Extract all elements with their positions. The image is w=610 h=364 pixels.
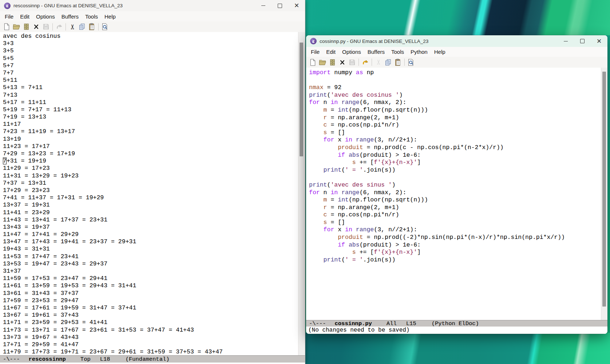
buffer-line: 11+53 = 17+47 = 23+41 xyxy=(3,253,301,260)
left-modeline-buffer-name: rescossinnp xyxy=(29,356,66,363)
left-modeline-position: Top xyxy=(80,356,91,363)
right-code-text[interactable]: import numpy as np nmax = 92print('avec … xyxy=(306,68,604,321)
buffer-line: 5+7 xyxy=(3,62,301,69)
buffer-line: 5+17 = 11+11 xyxy=(3,99,301,106)
right-cut-icon[interactable]: ✂ xyxy=(373,57,383,67)
code-line: print('avec des cosinus ') xyxy=(309,92,604,99)
right-window-controls: ✕ xyxy=(557,35,607,47)
code-line: if abs(produit) > 1e-6: xyxy=(309,152,604,159)
right-titlebar[interactable]: ε cossinnp.py - GNU Emacs at DENISE_VELL… xyxy=(306,35,607,47)
right-modeline-position: All xyxy=(387,320,397,327)
code-line: for n in range(6, nmax, 2): xyxy=(309,189,604,197)
toolbar-separator xyxy=(98,23,99,31)
right-menu-edit[interactable]: Edit xyxy=(323,48,339,56)
buffer-line: 3+5 xyxy=(3,47,301,55)
minimize-button[interactable] xyxy=(557,35,574,47)
right-dired-icon[interactable] xyxy=(328,57,337,67)
minimize-button[interactable] xyxy=(255,0,272,11)
left-kill-buffer-icon[interactable] xyxy=(31,22,41,32)
right-menu-help[interactable]: Help xyxy=(431,48,449,56)
buffer-line: 7+7 xyxy=(3,69,301,77)
maximize-button[interactable] xyxy=(272,0,288,11)
code-line: m = int(np.floor(np.sqrt(n))) xyxy=(309,196,604,204)
right-modeline-prefix: -\--- xyxy=(309,320,326,327)
left-titlebar[interactable]: ε rescossinnp - GNU Emacs at DENISE_VELL… xyxy=(0,0,305,11)
right-scrollbar-track[interactable] xyxy=(601,68,607,320)
right-echo-area: (No changes need to be saved) xyxy=(306,327,607,334)
buffer-line: 13+47 = 17+43 = 19+41 = 23+37 = 29+31 xyxy=(3,238,301,245)
left-toolbar: ✂ xyxy=(0,21,305,32)
code-line: import numpy as np xyxy=(309,69,604,77)
emacs-app-icon: ε xyxy=(4,3,11,9)
left-scrollbar-track[interactable] xyxy=(298,32,305,355)
left-menu-file[interactable]: File xyxy=(1,12,17,21)
right-menubar: FileEditOptionsBuffersToolsPythonHelp xyxy=(306,47,607,57)
left-buffer-text[interactable]: avec des cosinus3+33+55+55+77+75+115+13 … xyxy=(0,32,301,356)
right-kill-buffer-icon[interactable] xyxy=(337,57,347,67)
left-open-folder-icon[interactable] xyxy=(12,22,21,32)
text-cursor: 7 xyxy=(3,157,7,164)
buffer-line: 5+5 xyxy=(3,55,301,62)
buffer-line: 7+37 = 13+31 xyxy=(3,180,301,187)
left-undo-icon[interactable] xyxy=(54,22,64,32)
left-menu-edit[interactable]: Edit xyxy=(17,12,33,21)
code-line: print('avec des sinus ') xyxy=(309,181,604,189)
code-line: s += [f'{x}+{n-x}'] xyxy=(309,249,604,256)
code-line xyxy=(309,77,604,84)
left-new-file-icon[interactable] xyxy=(2,22,12,32)
emacs-app-icon: ε xyxy=(310,38,317,44)
right-undo-icon[interactable] xyxy=(360,57,370,67)
emacs-window-cossinnp-py: ε cossinnp.py - GNU Emacs at DENISE_VELL… xyxy=(306,35,607,334)
right-modeline-mode: (Python ElDoc) xyxy=(432,320,479,327)
right-menu-file[interactable]: File xyxy=(308,48,323,56)
right-menu-buffers[interactable]: Buffers xyxy=(364,48,388,56)
left-cut-icon[interactable]: ✂ xyxy=(67,22,77,32)
buffer-line: 11+31 = 13+29 = 19+23 xyxy=(3,172,301,180)
buffer-line: avec des cosinus xyxy=(3,33,301,40)
desktop: ε rescossinnp - GNU Emacs at DENISE_VELL… xyxy=(0,0,610,364)
buffer-line: 19+43 = 31+31 xyxy=(3,245,301,253)
right-modeline-buffer-name: cossinnp.py xyxy=(335,320,372,327)
left-scrollbar-thumb[interactable] xyxy=(300,43,303,156)
echo-message: (No changes need to be saved) xyxy=(308,327,409,333)
right-open-folder-icon[interactable] xyxy=(318,57,328,67)
right-menu-options[interactable]: Options xyxy=(339,48,364,56)
left-paste-icon[interactable] xyxy=(87,22,97,32)
left-menu-options[interactable]: Options xyxy=(33,12,58,21)
right-save-icon[interactable] xyxy=(347,57,357,67)
left-window-title: rescossinnp - GNU Emacs at DENISE_VELLA_… xyxy=(13,3,123,8)
buffer-line: 11+43 = 13+41 = 17+37 = 23+31 xyxy=(3,216,301,224)
right-scrollbar-thumb[interactable] xyxy=(602,72,606,307)
left-copy-icon[interactable] xyxy=(77,22,87,32)
buffer-line: 13+67 = 19+61 = 37+43 xyxy=(3,312,301,319)
code-line: c = np.cos(np.pi*n/r) xyxy=(309,121,604,129)
buffer-line: 17+71 = 29+59 = 41+47 xyxy=(3,341,301,348)
left-menu-tools[interactable]: Tools xyxy=(82,12,101,21)
toolbar-separator xyxy=(372,59,372,66)
toolbar-separator xyxy=(359,59,359,66)
close-button[interactable]: ✕ xyxy=(591,35,607,47)
close-button[interactable]: ✕ xyxy=(288,0,305,11)
code-line: m = int(np.floor(np.sqrt(n))) xyxy=(309,107,604,114)
right-copy-icon[interactable] xyxy=(383,57,393,67)
minimize-icon xyxy=(261,5,265,6)
right-menu-tools[interactable]: Tools xyxy=(388,48,407,56)
right-paste-icon[interactable] xyxy=(393,57,403,67)
left-modeline-line: L18 xyxy=(100,356,110,363)
right-modeline-line: L15 xyxy=(406,320,416,327)
left-menu-help[interactable]: Help xyxy=(101,12,119,21)
right-menu-python[interactable]: Python xyxy=(407,48,431,56)
buffer-line: 17+29 = 23+23 xyxy=(3,187,301,194)
left-dired-icon[interactable] xyxy=(21,22,31,32)
maximize-icon xyxy=(278,4,282,8)
buffer-line: 11+41 = 23+29 xyxy=(3,209,301,216)
left-menu-buffers[interactable]: Buffers xyxy=(58,12,82,21)
buffer-line: 11+61 = 13+59 = 19+53 = 29+43 = 31+41 xyxy=(3,282,301,289)
buffer-line: 11+29 = 17+23 xyxy=(3,165,301,172)
left-save-icon[interactable] xyxy=(41,22,51,32)
right-search-icon[interactable] xyxy=(406,57,416,67)
right-new-file-icon[interactable] xyxy=(308,57,318,67)
left-search-icon[interactable] xyxy=(100,22,110,32)
maximize-button[interactable] xyxy=(574,35,591,47)
buffer-line: 3+3 xyxy=(3,40,301,47)
